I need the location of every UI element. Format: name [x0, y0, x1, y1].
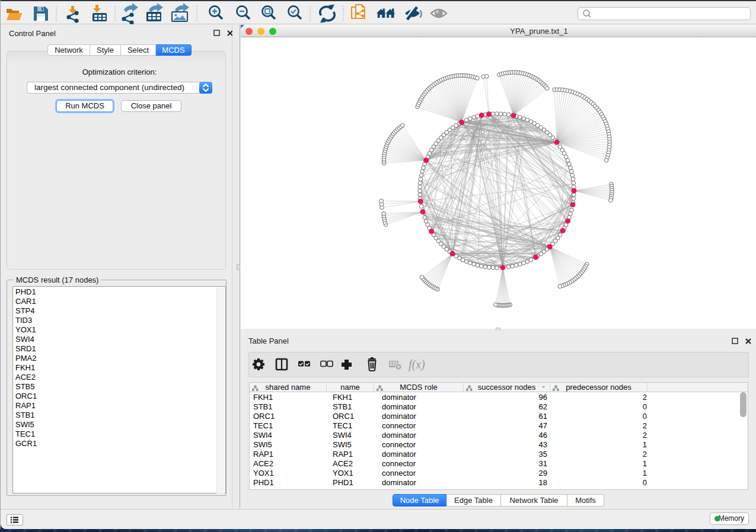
svg-text:f(x): f(x)	[409, 358, 425, 371]
